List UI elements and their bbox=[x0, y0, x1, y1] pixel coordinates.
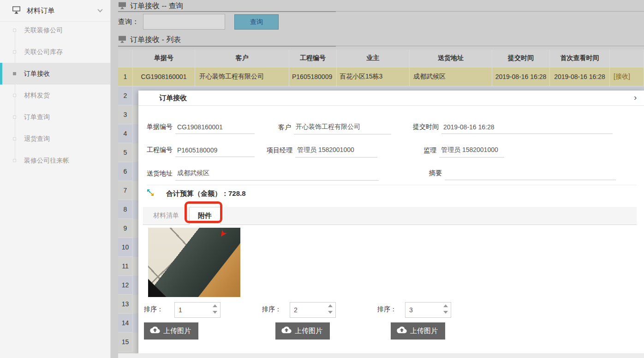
sidebar-item-related-company[interactable]: 关联装修公司 bbox=[0, 19, 110, 41]
app-window: 材料订单 关联装修公司 关联公司库存 订单接收 材料发货 订单查询 退货查询 装… bbox=[0, 0, 644, 358]
horizontal-scrollbar[interactable] bbox=[118, 353, 644, 358]
sort-stepper-2[interactable] bbox=[290, 302, 336, 318]
field-project-no: 工程编号 P1605180009 bbox=[147, 146, 255, 157]
sort-input-2[interactable] bbox=[290, 303, 325, 317]
sidebar-header[interactable]: 材料订单 bbox=[0, 0, 110, 22]
field-supervisor: 监理 管理员 1582001000 bbox=[423, 146, 504, 158]
field-doc-no-value[interactable]: CG1908160001 bbox=[175, 123, 255, 134]
field-project-manager-value[interactable]: 管理员 1582001000 bbox=[295, 146, 377, 158]
sidebar-item-material-ship[interactable]: 材料发货 bbox=[0, 85, 110, 106]
stepper-up-icon[interactable] bbox=[328, 304, 333, 307]
bullet-icon bbox=[13, 159, 16, 162]
sidebar-item-company-account[interactable]: 装修公司往来帐 bbox=[0, 150, 110, 171]
stepper-down-icon[interactable] bbox=[443, 311, 448, 314]
sort-label-1: 排序： bbox=[144, 304, 163, 315]
stepper-up-icon[interactable] bbox=[213, 304, 217, 307]
sort-label-3: 排序： bbox=[377, 304, 397, 315]
field-project-manager: 项目经理 管理员 1582001000 bbox=[267, 146, 377, 158]
sidebar-item-label: 订单查询 bbox=[24, 113, 50, 121]
tab-bar: 材料清单 附件 bbox=[143, 207, 637, 225]
expand-arrows-icon[interactable] bbox=[147, 189, 154, 198]
field-submit-time: 提交时间 2019-08-16 16:28 bbox=[413, 123, 613, 134]
red-arrow-annotation-icon: ➤ bbox=[216, 228, 229, 240]
upload-image-button-3[interactable]: 上传图片 bbox=[391, 322, 445, 340]
sort-stepper-3[interactable] bbox=[405, 302, 451, 318]
sidebar: 材料订单 关联装修公司 关联公司库存 订单接收 材料发货 订单查询 退货查询 装… bbox=[0, 0, 111, 358]
sort-stepper-1[interactable] bbox=[174, 302, 221, 318]
field-customer: 客户 开心装饰工程有限公司 bbox=[278, 123, 391, 134]
chevron-down-icon bbox=[97, 7, 102, 12]
field-customer-value[interactable]: 开心装饰工程有限公司 bbox=[294, 123, 391, 134]
field-supervisor-value[interactable]: 管理员 1582001000 bbox=[439, 146, 504, 158]
modal-header: 订单接收 bbox=[138, 91, 644, 106]
bullet-icon bbox=[13, 50, 16, 54]
monitor-icon bbox=[12, 6, 21, 15]
tab-material-list[interactable]: 材料清单 bbox=[143, 207, 189, 225]
cloud-upload-icon bbox=[281, 327, 292, 335]
sidebar-item-return-query[interactable]: 退货查询 bbox=[0, 128, 110, 150]
bullet-icon bbox=[13, 137, 16, 140]
bullet-icon bbox=[13, 72, 16, 75]
stepper-down-icon[interactable] bbox=[328, 311, 333, 314]
cloud-upload-icon bbox=[150, 327, 160, 335]
sidebar-title: 材料订单 bbox=[27, 6, 54, 15]
sidebar-item-order-receive[interactable]: 订单接收 bbox=[0, 63, 110, 85]
sort-label-2: 排序： bbox=[262, 304, 281, 315]
attachment-photo-thumbnail[interactable]: ➤ bbox=[148, 228, 240, 297]
bullet-icon bbox=[13, 29, 16, 32]
field-delivery-address-value[interactable]: 成都武候区 bbox=[175, 169, 379, 181]
field-project-no-value[interactable]: P1605180009 bbox=[175, 146, 255, 157]
sidebar-item-order-query[interactable]: 订单查询 bbox=[0, 106, 110, 128]
budget-total-text: 合计预算（金额）：728.8 bbox=[166, 189, 246, 198]
sidebar-item-label: 订单接收 bbox=[24, 70, 50, 78]
divider bbox=[147, 185, 637, 185]
sort-input-3[interactable] bbox=[405, 303, 441, 317]
stepper-down-icon[interactable] bbox=[213, 311, 217, 314]
field-doc-no: 单据编号 CG1908160001 bbox=[147, 123, 255, 134]
field-delivery-address: 送货地址 成都武候区 bbox=[147, 169, 379, 181]
bullet-icon bbox=[13, 94, 16, 97]
sidebar-item-label: 装修公司往来帐 bbox=[24, 157, 69, 165]
sidebar-item-label: 退货查询 bbox=[24, 135, 50, 143]
sidebar-item-label: 关联装修公司 bbox=[24, 26, 63, 35]
order-receive-modal: 订单接收 › 单据编号 CG1908160001 客户 开心装饰工程有限公司 提… bbox=[138, 91, 644, 353]
sort-input-1[interactable] bbox=[175, 303, 210, 317]
upload-image-button-2[interactable]: 上传图片 bbox=[275, 322, 330, 340]
sidebar-item-company-stock[interactable]: 关联公司库存 bbox=[0, 41, 110, 63]
bullet-icon bbox=[13, 115, 16, 119]
sidebar-item-label: 关联公司库存 bbox=[24, 48, 63, 56]
upload-image-button-1[interactable]: 上传图片 bbox=[144, 322, 198, 340]
tab-attachments[interactable]: 附件 bbox=[189, 207, 221, 225]
field-summary-value[interactable] bbox=[445, 177, 616, 180]
stepper-up-icon[interactable] bbox=[443, 304, 448, 307]
field-summary: 摘要 bbox=[429, 169, 616, 180]
field-submit-time-value[interactable]: 2019-08-16 16:28 bbox=[441, 123, 613, 134]
modal-title: 订单接收 bbox=[159, 94, 187, 103]
collapse-chevron-icon[interactable]: › bbox=[634, 92, 643, 103]
cloud-upload-icon bbox=[397, 327, 407, 335]
sidebar-item-label: 材料发货 bbox=[24, 91, 50, 100]
